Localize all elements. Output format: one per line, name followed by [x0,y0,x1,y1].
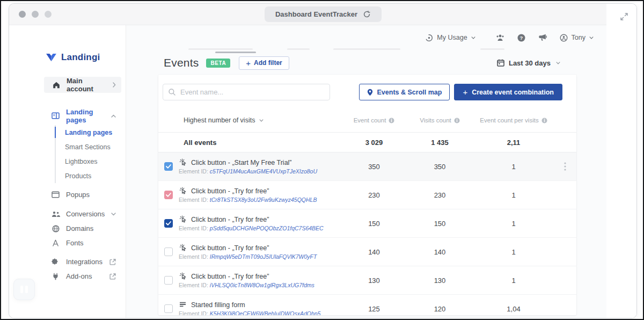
date-range-label: Last 30 days [509,59,551,67]
element-id-label: Element ID: [179,282,208,288]
chevron-down-icon [259,119,264,122]
element-id-value[interactable]: tCr8TkSTSX8y3oU2Fw9uKzwyz45QQHLB [210,197,317,203]
sidebar-item-domains[interactable]: Domains [43,221,121,236]
event-count-value: 125 [342,305,406,313]
element-id-label: Element ID: [179,197,208,203]
sidebar-group-landing-pages[interactable]: Landing pages [43,108,121,123]
row-checkbox[interactable] [164,304,173,313]
my-usage-dropdown[interactable]: My Usage [425,34,475,42]
address-pill[interactable]: Dashboard EventTracker [265,6,382,22]
event-row[interactable]: Click button - „Start My Free Trial” Ele… [158,152,576,181]
landingi-logo[interactable]: Landingi [46,52,126,63]
chevron-down-icon [111,213,116,216]
row-checkbox[interactable] [164,219,173,228]
all-events-visits-count: 1 435 [406,139,473,147]
sidebar-item-conversions[interactable]: Conversions [43,207,121,221]
events-scroll-map-label: Events & Scroll map [377,89,442,96]
help-icon[interactable]: ? [517,34,525,42]
element-id-value[interactable]: iVHLSQ0icTn8W8Ow1glRgx3LxUG7fdms [210,282,314,288]
sort-dropdown[interactable]: Highest number of visits [158,117,342,124]
column-label: Visits count [420,117,451,123]
users-icon[interactable] [496,34,504,41]
sidebar-subitem-products[interactable]: Products [65,169,121,183]
sidebar-item-popups[interactable]: Popups [43,187,121,202]
page-title: Events [164,56,199,69]
right-gutter [606,4,636,318]
info-icon[interactable] [389,118,394,123]
all-events-label: All events [158,139,342,147]
sidebar-item-label: Fonts [66,239,84,247]
sidebar-group-label: Landing pages [66,108,105,124]
element-id-value[interactable]: IRmpqW5eDTmT09oJ5IUlaFQVlK7W0yFT [210,253,317,260]
event-row[interactable]: Click button - „Try for free” Element ID… [158,209,576,238]
sidebar-subitem-landing-pages[interactable]: Landing pages [65,125,121,140]
row-checkbox[interactable] [164,162,173,171]
event-row[interactable]: Click button - „Try for free” Element ID… [158,266,576,295]
column-event-count-per-visits: Event count per visits [473,117,554,123]
sidebar-item-addons[interactable]: Add-ons [43,269,121,283]
svg-text:?: ? [519,35,523,41]
per-visits-value: 1 [473,277,554,285]
user-menu[interactable]: Tony [560,34,594,42]
sidebar-item-fonts[interactable]: Fonts [43,236,121,250]
chat-widget-ghost[interactable] [13,279,35,300]
per-visits-value: 1 [473,163,554,171]
sidebar-item-integrations[interactable]: Integrations [43,254,121,269]
event-search-input[interactable] [180,88,324,96]
page-tab-title: Dashboard EventTracker [275,10,357,18]
column-label: Event count per visits [480,117,538,123]
element-id-value[interactable]: c5TFqU1M4ucAuxGME4VUxpTJeXIzo8oU [210,168,317,174]
add-filter-button[interactable]: + Add filter [239,56,289,70]
info-icon[interactable] [541,118,547,123]
event-row[interactable]: Started filling form Element ID:K5H3K0i8… [158,295,576,315]
row-checkbox[interactable] [164,191,173,199]
window-controls [19,4,52,25]
plug-icon [51,273,60,280]
click-icon [179,215,187,223]
popup-icon [51,191,60,198]
sidebar-subitem-smart-sections[interactable]: Smart Sections [65,140,121,154]
events-scroll-map-button[interactable]: Events & Scroll map [359,84,450,100]
event-name: Click button - „Start My Free Trial” [191,159,292,166]
element-id-value[interactable]: pSdd5quDCHGNePOQObzZO1fqC7S64BEC [210,225,324,231]
external-link-icon [109,273,116,280]
sidebar-item-main-account[interactable]: Main account [44,77,121,93]
main-content: My Usage ? [126,25,606,318]
create-event-combination-button[interactable]: + Create event combination [454,84,562,100]
window-zoom-button[interactable] [45,11,52,18]
event-row[interactable]: Click button - „Try for free” Element ID… [158,181,576,209]
event-name: Click button - „Try for free” [191,244,269,252]
element-id-value[interactable]: K5H3K0i8OeCEW6WBehIuIDWOsxAdQhn5 [210,310,321,316]
window-close-button[interactable] [19,11,26,18]
sidebar-item-label: Conversions [66,210,105,218]
refresh-icon[interactable] [363,11,370,18]
click-icon [179,244,187,252]
events-toolbar: Events & Scroll map + Create event combi… [158,75,576,100]
row-checkbox[interactable] [164,248,173,256]
event-row[interactable]: Click button - „Try for free” Element ID… [158,238,576,266]
window-minimize-button[interactable] [32,11,39,18]
column-event-count: Event count [342,117,406,123]
event-search[interactable] [163,84,330,100]
click-icon [179,272,187,280]
per-visits-value: 1 [473,191,554,199]
beta-badge: BETA [206,59,230,68]
row-checkbox[interactable] [164,276,173,285]
sidebar-subitem-lightboxes[interactable]: Lightboxes [65,154,121,169]
visits-count-value: 350 [406,163,473,171]
ghost-dash [215,52,256,53]
plus-icon: + [246,59,251,67]
home-icon [52,82,61,89]
row-menu-button[interactable] [562,161,568,172]
sidebar-item-label: Main account [67,77,107,93]
table-header: Highest number of visits Event count [158,113,576,127]
element-id-label: Element ID: [179,168,208,174]
megaphone-icon[interactable] [538,34,547,41]
info-icon[interactable] [454,118,460,123]
event-name: Click button - „Try for free” [191,273,269,280]
user-name-label: Tony [572,34,586,41]
expand-icon[interactable] [620,12,628,21]
sidebar: Landingi Main account [9,25,126,318]
date-range-dropdown[interactable]: Last 30 days [497,59,560,67]
element-id-label: Element ID: [179,310,208,316]
